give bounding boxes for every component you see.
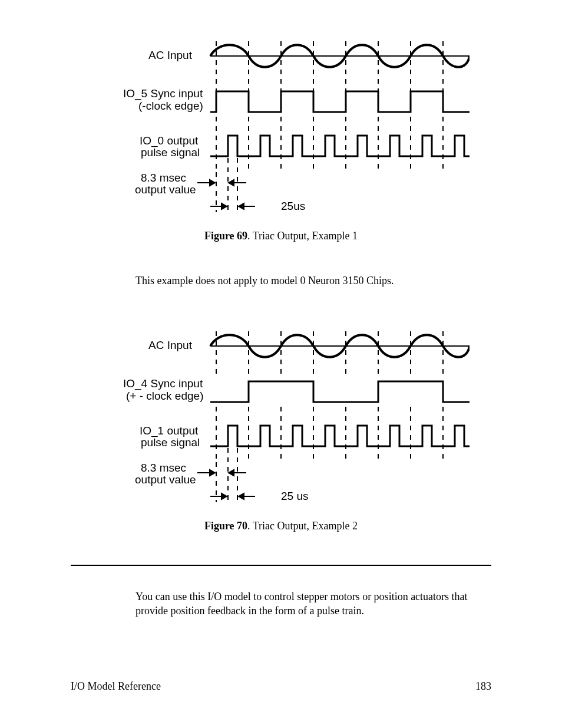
fig69-ac-label: AC Input <box>148 49 193 61</box>
fig70-us-label: 25 us <box>281 490 308 502</box>
fig70-sync-line2: (+ - clock edge) <box>126 390 203 402</box>
svg-marker-15 <box>229 180 234 186</box>
figure-70-title: . Triac Output, Example 2 <box>247 520 358 532</box>
fig70-out-line1: IO_1 output <box>140 424 199 437</box>
body-paragraph: You can use this I/O model to control st… <box>135 589 491 618</box>
page: AC Input IO_5 Sync input (-clock edge) I… <box>0 0 562 728</box>
footer-page-number: 183 <box>475 680 491 693</box>
section-divider <box>71 565 491 566</box>
page-footer: I/O Model Reference 183 <box>71 680 491 693</box>
fig70-ms-line1: 8.3 msec <box>141 462 186 474</box>
svg-marker-34 <box>210 470 215 476</box>
svg-marker-13 <box>210 180 215 186</box>
figure-69-number: Figure 69 <box>204 230 247 242</box>
fig69-sync-line2: (-clock edge) <box>138 100 203 112</box>
figure-69-caption: Figure 69. Triac Output, Example 1 <box>71 230 491 242</box>
footer-left: I/O Model Reference <box>71 680 161 693</box>
figure-70-caption: Figure 70. Triac Output, Example 2 <box>71 520 491 532</box>
fig69-out-line1: IO_0 output <box>140 134 199 147</box>
fig70-ac-label: AC Input <box>148 339 193 351</box>
figure-69-diagram: AC Input IO_5 Sync input (-clock edge) I… <box>92 35 470 218</box>
fig70-out-line2: pulse signal <box>141 436 200 449</box>
fig69-us-label: 25us <box>281 200 305 212</box>
fig69-sync-line1: IO_5 Sync input <box>123 87 203 100</box>
middle-paragraph: This example does not apply to model 0 N… <box>135 275 491 287</box>
fig70-ms-line2: output value <box>135 473 196 486</box>
fig70-sync-line1: IO_4 Sync input <box>123 377 203 390</box>
figure-70-block: AC Input IO_4 Sync input (+ - clock edge… <box>71 325 491 532</box>
svg-marker-17 <box>222 203 227 209</box>
figure-69-block: AC Input IO_5 Sync input (-clock edge) I… <box>71 35 491 242</box>
fig69-out-line2: pulse signal <box>141 146 200 159</box>
fig69-ms-line2: output value <box>135 183 196 196</box>
fig69-ms-line1: 8.3 msec <box>141 172 186 184</box>
svg-marker-40 <box>239 493 244 499</box>
figure-70-diagram: AC Input IO_4 Sync input (+ - clock edge… <box>92 325 470 508</box>
svg-marker-38 <box>222 493 227 499</box>
figure-69-title: . Triac Output, Example 1 <box>247 230 358 242</box>
svg-marker-19 <box>239 203 244 209</box>
svg-marker-36 <box>229 470 234 476</box>
figure-70-number: Figure 70 <box>204 520 247 532</box>
